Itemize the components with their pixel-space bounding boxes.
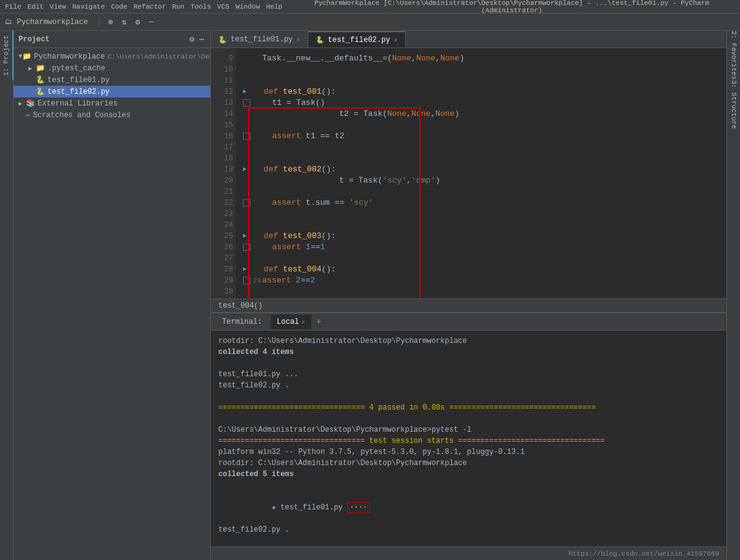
term-line-2: collected 4 items [218, 347, 719, 358]
terminal-add-button[interactable]: + [314, 317, 324, 327]
code-content[interactable]: Task.__new__.__defaults__=(None,None,Non… [236, 48, 726, 299]
code-line-13: t1 = Task() [243, 97, 719, 109]
run-arrow-001[interactable]: ▶ [243, 86, 253, 97]
menu-tools[interactable]: Tools [191, 3, 211, 10]
sidebar-tab-favorites[interactable]: 2: Favorites [727, 31, 741, 80]
run-arrow-002[interactable]: ▶ [243, 164, 253, 175]
code-line-19: t = Task('scy','omp') [243, 175, 719, 197]
terminal-tab-label[interactable]: Terminal: [216, 315, 268, 329]
menu-edit[interactable]: Edit [27, 3, 43, 10]
tree-item-file01[interactable]: 🐍 test_file01.py [14, 74, 210, 86]
folder-icon-root: 📁 [22, 52, 31, 61]
tree-item-scratches[interactable]: ✏ Scratches and Consoles [14, 109, 210, 121]
lib-icon: 📚 [26, 99, 35, 108]
toolbar-icon-settings[interactable]: ⚙ [133, 17, 142, 27]
test-box-003 [243, 244, 250, 251]
code-line-17 [243, 153, 719, 164]
term-line-7: ================================= 4 pass… [218, 402, 719, 413]
terminal-local-label: Local [277, 318, 299, 326]
term-line-17 [218, 535, 719, 546]
test-box-004 [243, 277, 250, 284]
status-bar: https://blog.csdn.net/weixin_41597669 [211, 546, 726, 560]
term-line-5: test_file02.py . [218, 380, 719, 391]
tree-arrow-pytest: ▶ [28, 65, 36, 72]
code-line-20: assert t.sum == 'scy' [243, 197, 719, 208]
menu-window[interactable]: Window [236, 3, 260, 10]
tree-label-ext-libs: External Libraries [38, 99, 118, 108]
toolbar-icon-collapse[interactable]: — [146, 17, 156, 27]
menu-navigate[interactable]: Navigate [72, 3, 105, 10]
panel-icons: ⚙ ⋯ [188, 33, 205, 46]
code-line-10 [243, 64, 719, 75]
menu-run[interactable]: Run [172, 3, 184, 10]
menu-file[interactable]: File [5, 3, 21, 10]
sidebar-tab-project[interactable]: 1: Project [0, 31, 14, 80]
code-tooltip-text: test_004() [218, 302, 263, 310]
tree-item-root[interactable]: ▼ 📁 Pycharmworkplace C:\Users\Administra… [14, 51, 210, 62]
code-line-15: assert t1 == t2 [243, 131, 719, 142]
term-line-6 [218, 391, 719, 402]
code-line-24: assert 1==1 [243, 242, 719, 253]
panel-icon-settings[interactable]: ⚙ [188, 33, 195, 46]
toolbar-icon-add[interactable]: ⊕ [105, 17, 115, 27]
term-line-12: rootdir: C:\Users\Administrator\Desktop\… [218, 458, 719, 469]
term-file01-prefix: ★ test_file01.py [271, 503, 347, 512]
toolbar-icon-sync[interactable]: ⇅ [119, 17, 129, 27]
menu-refactor[interactable]: Refactor [133, 3, 166, 10]
term-line-4: test_file01.py ... [218, 369, 719, 380]
tab-file01[interactable]: 🐍 test_file01.py ✕ [211, 31, 308, 47]
file-tree: ▼ 📁 Pycharmworkplace C:\Users\Administra… [14, 48, 210, 560]
term-line-13: collected 5 items [218, 469, 719, 480]
panel-icon-gear[interactable]: ⋯ [198, 33, 205, 46]
term-line-15: ★ test_file01.py ···· [218, 491, 719, 524]
tree-item-ext-libs[interactable]: ▶ 📚 External Libraries [14, 97, 210, 109]
tab-file02-close[interactable]: ✕ [394, 36, 398, 44]
code-editor[interactable]: 9 10 11 12 13 14 15 16 17 18 19 20 21 22… [211, 48, 726, 299]
term-line-9: C:\Users\Administrator\Desktop\Pycharmwo… [218, 424, 719, 435]
test-box-002 [243, 199, 250, 207]
code-line-26: ▶ def test_004(): [243, 264, 719, 275]
titlebar: File Edit View Navigate Code Refactor Ru… [0, 0, 740, 14]
window-title: PycharmWorkplace [C:\Users\Administrator… [289, 0, 735, 14]
tree-label-file02: test_file02.py [47, 88, 110, 96]
tab-file01-icon: 🐍 [218, 36, 227, 44]
code-line-16 [243, 142, 719, 153]
tree-item-pytest-cache[interactable]: ▶ 📁 .pytest_cache [14, 62, 210, 74]
term-line-8 [218, 413, 719, 424]
run-arrow-003[interactable]: ▶ [243, 231, 253, 242]
tree-item-file02[interactable]: 🐍 test_file02.py [14, 86, 210, 97]
scratch-icon: ✏ [26, 110, 30, 120]
terminal-tab-local[interactable]: Local ✕ [271, 315, 311, 329]
run-arrow-004[interactable]: ▶ [243, 264, 253, 275]
terminal-content[interactable]: rootdir: C:\Users\Administrator\Desktop\… [211, 331, 726, 546]
term-line-11: platform win32 -- Python 3.7.5, pytest-5… [218, 447, 719, 458]
term-line-14 [218, 480, 719, 491]
menu-bar[interactable]: File Edit View Navigate Code Refactor Ru… [5, 3, 282, 10]
term-highlight-dots: ···· [347, 502, 370, 513]
tab-file01-close[interactable]: ✕ [297, 36, 300, 43]
code-token: Task.__new__.__defaults__=( [243, 53, 392, 64]
code-line-25 [243, 253, 719, 264]
menu-code[interactable]: Code [111, 3, 127, 10]
sidebar-tab-structure[interactable]: 3: Structure [727, 80, 741, 130]
tree-label-pytest-cache: .pytest_cache [47, 64, 105, 73]
py-icon-file02: 🐍 [36, 87, 45, 96]
code-line-18: ▶ def test_002(): [243, 164, 719, 175]
menu-view[interactable]: View [50, 3, 66, 10]
tab-file01-label: test_file01.py [231, 35, 293, 44]
tree-arrow-ext: ▶ [18, 100, 26, 107]
project-panel-header: Project ⚙ ⋯ [14, 31, 210, 48]
test-box-001a [243, 99, 250, 107]
code-line-14: t2 = Task(None,None,None) [243, 109, 719, 131]
menu-vcs[interactable]: VCS [217, 3, 229, 10]
code-line-23: ▶ def test_003(): [243, 231, 719, 242]
right-strip: 2: Favorites 3: Structure [726, 31, 740, 560]
toolbar-project-name: 🗂 Pycharmworkplace [5, 17, 88, 27]
terminal-tab-close[interactable]: ✕ [302, 318, 305, 326]
terminal-area: Terminal: Local ✕ + rootdir: C:\Users\Ad… [211, 312, 726, 546]
tab-file02[interactable]: 🐍 test_file02.py ✕ [308, 31, 406, 47]
tree-path-root: C:\Users\Administrator\Deskt [107, 53, 210, 60]
tree-label-file01: test_file01.py [47, 76, 110, 84]
tree-label-scratches: Scratches and Consoles [33, 111, 130, 120]
menu-help[interactable]: Help [266, 3, 282, 10]
